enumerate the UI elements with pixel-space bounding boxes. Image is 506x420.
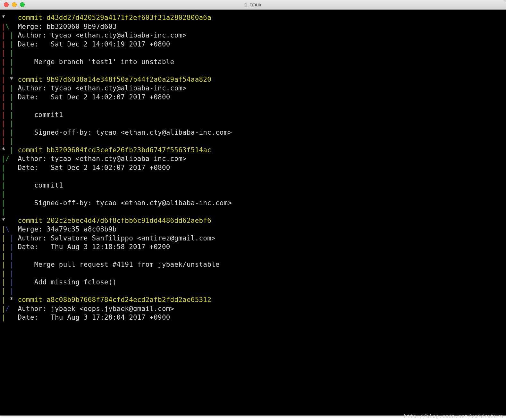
graph-pipe: | [1, 296, 5, 304]
maximize-icon[interactable] [20, 2, 25, 7]
graph-pipe: | [1, 31, 5, 39]
graph-pipe: | [1, 58, 5, 66]
graph-gap [14, 40, 18, 48]
graph-pipe: | [1, 129, 5, 136]
graph-slash: / [5, 305, 10, 313]
graph-gap [10, 23, 18, 30]
date-line: Date: Thu Aug 3 17:28:04 2017 +0900 [18, 314, 170, 321]
graph-pipe: | [1, 190, 5, 198]
commit-label: commit [18, 296, 46, 304]
graph-star: * [10, 76, 14, 83]
graph-pipe: | [10, 40, 14, 48]
graph-star: * [10, 296, 14, 304]
graph-pipe: | [1, 225, 5, 233]
graph-pipe: | [1, 234, 5, 242]
graph-gap [14, 146, 18, 154]
graph-gap [5, 278, 10, 286]
minimize-icon[interactable] [12, 2, 17, 7]
commit-label: commit [18, 14, 46, 21]
graph-gap [5, 296, 10, 304]
graph-gap [14, 296, 18, 304]
graph-pipe: | [1, 76, 5, 83]
graph-gap [5, 31, 10, 39]
graph-gap [5, 84, 10, 92]
graph-pipe: | [1, 278, 5, 286]
titlebar[interactable]: 1. tmux [0, 0, 506, 10]
commit-hash: 9b97d6038a14e348f50a7b44f2a0a29af54aa820 [46, 76, 211, 83]
graph-star: * [1, 146, 5, 154]
close-icon[interactable] [4, 2, 9, 7]
graph-backslash: \ [5, 23, 10, 30]
commit-hash: a8c08b9b7668f784cfd24ecd2afb2fdd2ae65312 [46, 296, 211, 304]
commit-msg: Signed-off-by: tycao <ethan.cty@alibaba-… [18, 199, 232, 207]
commit-msg: Signed-off-by: tycao <ethan.cty@alibaba-… [18, 129, 232, 136]
graph-slash: / [5, 155, 10, 163]
graph-pipe: | [1, 287, 5, 295]
traffic-lights [4, 2, 25, 7]
graph-pipe: | [10, 278, 14, 286]
graph-gap [5, 67, 10, 74]
graph-pipe: | [10, 67, 14, 74]
graph-pipe: | [10, 261, 14, 268]
graph-pipe: | [1, 314, 5, 321]
commit-msg: commit1 [18, 181, 63, 189]
date-line: Date: Sat Dec 2 14:02:07 2017 +0800 [18, 93, 170, 101]
graph-gap [5, 234, 10, 242]
graph-pipe: | [1, 102, 5, 110]
graph-gap [5, 164, 18, 172]
graph-pipe: | [10, 102, 14, 110]
graph-pipe: | [10, 120, 14, 127]
graph-gap [14, 76, 18, 83]
graph-backslash: \ [5, 225, 10, 233]
graph-gap [5, 120, 10, 127]
terminal-output[interactable]: * commit d43dd27d420529a4171f2ef603f31a2… [0, 10, 506, 323]
graph-gap [14, 234, 18, 242]
author-line: Author: tycao <ethan.cty@alibaba-inc.com… [18, 155, 187, 163]
graph-gap [14, 261, 18, 268]
graph-star: * [1, 14, 5, 21]
commit-msg: Merge pull request #4191 from jybaek/uns… [18, 261, 219, 268]
graph-pipe: | [1, 137, 5, 145]
graph-pipe: | [1, 23, 5, 30]
window-title: 1. tmux [0, 2, 506, 8]
graph-pipe: | [10, 111, 14, 119]
graph-pipe: | [10, 243, 14, 251]
graph-pipe: | [1, 261, 5, 268]
graph-gap [5, 49, 10, 57]
graph-pipe: | [1, 49, 5, 57]
graph-pipe: | [10, 234, 14, 242]
graph-pipe: | [1, 120, 5, 127]
graph-gap [14, 129, 18, 136]
graph-gap [10, 305, 18, 313]
graph-gap [5, 102, 10, 110]
graph-pipe: | [10, 252, 14, 260]
graph-gap [5, 261, 10, 268]
graph-pipe: | [10, 84, 14, 92]
graph-pipe: | [1, 84, 5, 92]
graph-gap [14, 84, 18, 92]
graph-gap [5, 217, 18, 224]
commit-msg: commit1 [18, 111, 63, 119]
graph-pipe: | [10, 129, 14, 136]
graph-gap [5, 199, 18, 207]
graph-gap [5, 111, 10, 119]
graph-pipe: | [1, 208, 5, 215]
graph-gap [5, 146, 10, 154]
watermark: http://blog.csdn.net/voidreturn [404, 414, 503, 419]
graph-pipe: | [1, 67, 5, 74]
graph-gap [5, 14, 18, 21]
graph-gap [5, 40, 10, 48]
graph-pipe: | [1, 252, 5, 260]
graph-pipe: | [10, 287, 14, 295]
graph-gap [14, 31, 18, 39]
commit-hash: bb3200604fcd3cefe26fb23bd6747f5563f514ac [46, 146, 211, 154]
graph-pipe: | [10, 93, 14, 101]
graph-pipe: | [1, 199, 5, 207]
commit-label: commit [18, 146, 46, 154]
graph-star: * [1, 217, 5, 224]
commit-msg: Merge branch 'test1' into unstable [18, 58, 174, 66]
graph-gap [5, 137, 10, 145]
graph-gap [5, 181, 18, 189]
graph-pipe: | [1, 155, 5, 163]
graph-gap [14, 93, 18, 101]
